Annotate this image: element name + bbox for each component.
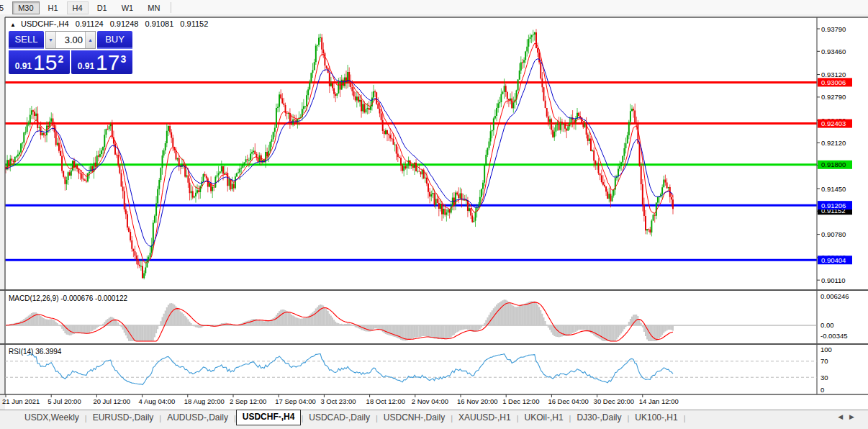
time-tick-label: 5 Jul 20:00 [48, 397, 81, 405]
macd-scale-label: -0.00345 [820, 332, 848, 340]
tab-separator: | [684, 414, 686, 423]
timeframe-button-w1[interactable]: W1 [116, 1, 140, 14]
time-tick-label: 16 Dec 04:00 [548, 397, 589, 405]
chart-tabs-bar: ◀▶ USDX,Weekly|EURUSD-,Daily|AUDUSD-,Dai… [0, 410, 868, 425]
buy-price-big-digits: 17 [96, 52, 119, 73]
time-tick-label: 4 Aug 04:00 [139, 397, 176, 405]
toolbar-separator [171, 2, 171, 13]
chart-tab-dj30-daily[interactable]: DJ30-,Daily [571, 410, 627, 426]
chart-tab-usdcnh-daily[interactable]: USDCNH-,Daily [378, 410, 451, 426]
price-tick-label: 0.93790 [821, 25, 846, 33]
time-tick-label: 20 Jul 12:00 [93, 397, 130, 405]
arrow-up-icon: ▲ [88, 37, 93, 42]
chart-tab-usdchf-h4[interactable]: USDCHF-,H4 [236, 410, 302, 425]
buy-price-prefix: 0.91 [78, 61, 94, 71]
tabs-scroll-left-icon[interactable]: ◀ [838, 413, 849, 420]
price-tick-label: 0.93120 [821, 71, 846, 78]
sell-button[interactable]: SELL [9, 31, 44, 49]
buy-button[interactable]: BUY [97, 31, 132, 49]
price-level-text: 0.91206 [821, 202, 846, 209]
timeframe-toolbar: 5M30H1H4D1W1MN [0, 0, 868, 15]
price-level-text: 0.90404 [821, 256, 846, 264]
time-tick-label: 16 Nov 20:00 [457, 397, 498, 405]
tabs-scroll-arrows[interactable]: ◀▶ [838, 413, 861, 420]
collapse-triangle-icon[interactable]: ▲ [10, 22, 16, 28]
sell-price-pip-digit: 2 [58, 53, 63, 65]
low-value: 0.91081 [145, 19, 174, 28]
open-value: 0.91124 [76, 19, 104, 28]
timeframe-button-h1[interactable]: H1 [42, 1, 64, 14]
timeframe-button-mn[interactable]: MN [142, 1, 166, 14]
macd-scale-label: 0.00 [820, 321, 834, 329]
sell-price-prefix: 0.91 [15, 61, 32, 71]
price-level-text: 0.93006 [821, 78, 846, 86]
sell-button-label: SELL [15, 34, 38, 45]
volume-decrease-button[interactable]: ▼ [46, 32, 56, 48]
time-tick-label: 30 Dec 20:00 [594, 397, 635, 405]
time-tick-label: 18 Oct 12:00 [366, 397, 405, 405]
chart-tab-xauusd-h1[interactable]: XAUUSD-,H1 [453, 410, 517, 426]
rsi-scale-label: 0 [820, 386, 824, 394]
buy-button-label: BUY [105, 34, 125, 45]
chart-tab-audusd-daily[interactable]: AUDUSD-,Daily [161, 410, 234, 426]
time-tick-label: 17 Sep 04:00 [275, 397, 316, 405]
chart-tab-usdcad-daily[interactable]: USDCAD-,Daily [303, 410, 376, 426]
price-tick-label: 0.92790 [821, 93, 846, 101]
rsi-scale-label: 30 [820, 374, 828, 381]
time-tick-label: 2 Nov 04:00 [412, 397, 448, 405]
chart-tab-usdx-weekly[interactable]: USDX,Weekly [19, 410, 85, 426]
timeframe-button-h4[interactable]: H4 [67, 1, 89, 14]
time-tick-label: 14 Jan 12:00 [639, 397, 679, 405]
sell-price[interactable]: 0.91 15 2 [9, 50, 70, 74]
quote-header: ▲ USDCHF-,H4 0.91124 0.91248 0.91081 0.9… [10, 19, 208, 28]
trading-platform-window: 5M30H1H4D1W1MN 0.937900.934600.931200.92… [0, 0, 868, 429]
high-value: 0.91248 [110, 19, 139, 28]
timeframe-button-d1[interactable]: D1 [91, 1, 113, 14]
price-level-text: 0.92403 [821, 119, 846, 127]
rsi-scale-label: 70 [820, 357, 828, 365]
chart-window: 0.937900.934600.931200.927900.924500.921… [0, 14, 868, 410]
symbol-period-label: USDCHF-,H4 [21, 19, 69, 28]
time-tick-label: 21 Jun 2021 [2, 397, 40, 405]
one-click-trade-panel: SELL ▼ ▲ BUY 0.91 15 2 0.91 17 3 [9, 31, 132, 74]
buy-price-pip-digit: 3 [120, 53, 126, 65]
macd-scale-label: 0.006246 [820, 292, 849, 300]
timeframe-button-5[interactable]: 5 [0, 1, 9, 14]
volume-stepper: ▼ ▲ [45, 31, 96, 49]
time-tick-label: 18 Aug 20:00 [184, 397, 225, 405]
sell-price-big-digits: 15 [33, 52, 57, 73]
price-tick-label: 0.91450 [821, 185, 846, 193]
volume-input[interactable] [56, 32, 85, 48]
macd-label: MACD(12,26,9) -0.000676 -0.000122 [9, 294, 128, 302]
time-tick-label: 3 Oct 23:00 [320, 397, 356, 405]
rsi-scale-label: 100 [820, 346, 832, 353]
chart-tab-eurusd-daily[interactable]: EURUSD-,Daily [87, 410, 160, 426]
price-level-text: 0.91800 [821, 161, 846, 168]
buy-price[interactable]: 0.91 17 3 [71, 50, 132, 74]
chart-tab-ukoil-h1[interactable]: UKOil-,H1 [519, 410, 569, 426]
close-value: 0.91152 [180, 19, 208, 28]
timeframe-button-m30[interactable]: M30 [12, 1, 39, 14]
price-tick-label: 0.92120 [821, 139, 846, 147]
time-tick-label: 2 Sep 12:00 [230, 397, 266, 405]
rsi-label: RSI(14) 36.3994 [9, 348, 62, 356]
price-tick-label: 0.90110 [821, 276, 846, 284]
tabs-scroll-right-icon[interactable]: ▶ [849, 413, 861, 420]
price-tick-label: 0.90780 [821, 230, 846, 238]
chart-tab-uk100-h1[interactable]: UK100-,H1 [629, 410, 683, 426]
time-tick-label: 1 Dec 12:00 [502, 397, 539, 405]
volume-increase-button[interactable]: ▲ [85, 32, 95, 48]
arrow-down-icon: ▼ [48, 37, 53, 42]
price-tick-label: 0.93460 [821, 48, 846, 55]
